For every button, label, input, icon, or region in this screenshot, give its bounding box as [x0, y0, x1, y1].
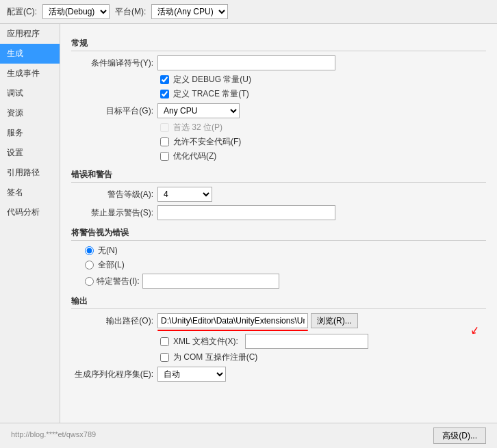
specific-warnings-input[interactable] [142, 274, 279, 289]
bottom-bar: http://blog.****et/qwsx789 高级(D)... [0, 423, 497, 448]
serialization-select[interactable]: 自动 开 关 [157, 367, 226, 382]
none-label: 无(N) [98, 245, 118, 256]
allow-unsafe-label: 允许不安全代码(F) [173, 136, 241, 148]
xml-doc-row: XML 文档文件(X): [71, 334, 486, 349]
general-section-title: 常规 [71, 38, 486, 51]
conditional-symbols-label: 条件编译符号(Y): [71, 57, 153, 69]
browse-button[interactable]: 浏览(R)... [311, 313, 358, 328]
allow-unsafe-checkbox[interactable] [160, 137, 169, 146]
suppress-warnings-label: 禁止显示警告(S): [71, 207, 153, 219]
top-bar: 配置(C): 活动(Debug) 平台(M): 活动(Any CPU) [0, 0, 497, 24]
output-section-title: 输出 [71, 295, 486, 309]
conditional-symbols-row: 条件编译符号(Y): [71, 55, 486, 70]
define-debug-row: 定义 DEBUG 常量(U) [71, 74, 486, 85]
config-label: 配置(C): [7, 6, 37, 18]
sidebar-item-app[interactable]: 应用程序 [0, 24, 60, 44]
define-trace-label: 定义 TRACE 常量(T) [173, 88, 249, 100]
app-container: 配置(C): 活动(Debug) 平台(M): 活动(Any CPU) 应用程序… [0, 0, 497, 448]
suppress-warnings-input[interactable] [157, 205, 335, 220]
target-platform-row: 目标平台(G): Any CPU x86 x64 [71, 103, 486, 118]
warning-level-row: 警告等级(A): 4 0 1 2 3 [71, 187, 486, 202]
com-register-label: 为 COM 互操作注册(C) [173, 352, 257, 363]
sidebar-item-code-analysis[interactable]: 代码分析 [0, 202, 60, 222]
specific-radio[interactable] [85, 277, 94, 286]
optimize-checkbox[interactable] [160, 152, 169, 161]
com-register-checkbox[interactable] [160, 353, 169, 362]
xml-doc-checkbox[interactable] [160, 337, 169, 346]
sidebar: 应用程序 生成 生成事件 调试 资源 服务 设置 引用路径 签名 代码分析 [0, 24, 60, 423]
specific-label: 特定警告(I): [97, 276, 140, 287]
warning-level-label: 警告等级(A): [71, 189, 153, 200]
define-debug-checkbox[interactable] [160, 75, 169, 84]
define-trace-row: 定义 TRACE 常量(T) [71, 88, 486, 100]
optimize-row: 优化代码(Z) [71, 150, 486, 162]
target-platform-label: 目标平台(G): [71, 105, 153, 117]
sidebar-item-build-events[interactable]: 生成事件 [0, 64, 60, 83]
sidebar-item-build[interactable]: 生成 [0, 44, 60, 64]
allow-unsafe-row: 允许不安全代码(F) [71, 136, 486, 148]
all-radio-row: 全部(L) [71, 259, 486, 271]
serialization-label: 生成序列化程序集(E): [71, 369, 153, 380]
platform-label: 平台(M): [115, 6, 146, 18]
sidebar-item-signing[interactable]: 签名 [0, 183, 60, 202]
advanced-button[interactable]: 高级(D)... [433, 427, 486, 444]
define-debug-label: 定义 DEBUG 常量(U) [173, 74, 251, 85]
optimize-label: 优化代码(Z) [173, 150, 216, 162]
sidebar-item-resources[interactable]: 资源 [0, 103, 60, 123]
sidebar-item-services[interactable]: 服务 [0, 123, 60, 143]
prefer-32bit-label: 首选 32 位(P) [173, 122, 222, 133]
errors-warnings-title: 错误和警告 [71, 169, 486, 183]
sidebar-item-debug[interactable]: 调试 [0, 83, 60, 103]
define-trace-checkbox[interactable] [160, 90, 169, 98]
none-radio-row: 无(N) [71, 245, 486, 256]
red-underline-annotation [157, 330, 308, 331]
watermark: http://blog.****et/qwsx789 [11, 427, 433, 444]
prefer-32bit-checkbox[interactable] [160, 123, 169, 132]
suppress-warnings-row: 禁止显示警告(S): [71, 205, 486, 220]
xml-doc-label: XML 文档文件(X): [173, 336, 238, 347]
sidebar-item-settings[interactable]: 设置 [0, 143, 60, 163]
warning-level-select[interactable]: 4 0 1 2 3 [157, 187, 212, 202]
content-area: 常规 条件编译符号(Y): 定义 DEBUG 常量(U) 定义 TRACE 常量… [60, 24, 497, 423]
xml-doc-input[interactable] [245, 334, 368, 349]
output-path-label: 输出路径(O): [71, 315, 153, 327]
none-radio[interactable] [85, 246, 94, 255]
all-radio[interactable] [85, 261, 94, 269]
conditional-symbols-input[interactable] [157, 55, 335, 70]
output-path-input[interactable] [157, 313, 308, 328]
prefer-32bit-row: 首选 32 位(P) [71, 122, 486, 133]
specific-radio-row: 特定警告(I): [71, 274, 486, 289]
main-area: 应用程序 生成 生成事件 调试 资源 服务 设置 引用路径 签名 代码分析 常规… [0, 24, 497, 423]
red-arrow-annotation: ↙ [469, 323, 480, 337]
platform-select[interactable]: 活动(Any CPU) [151, 4, 228, 19]
sidebar-item-ref-paths[interactable]: 引用路径 [0, 163, 60, 183]
output-path-row: 输出路径(O): 浏览(R)... ↙ [71, 313, 486, 328]
all-label: 全部(L) [98, 259, 125, 271]
treat-warnings-title: 将警告视为错误 [71, 227, 486, 241]
serialization-row: 生成序列化程序集(E): 自动 开 关 [71, 367, 486, 382]
config-select[interactable]: 活动(Debug) [42, 4, 110, 19]
target-platform-select[interactable]: Any CPU x86 x64 [157, 103, 240, 118]
com-register-row: 为 COM 互操作注册(C) [71, 352, 486, 363]
